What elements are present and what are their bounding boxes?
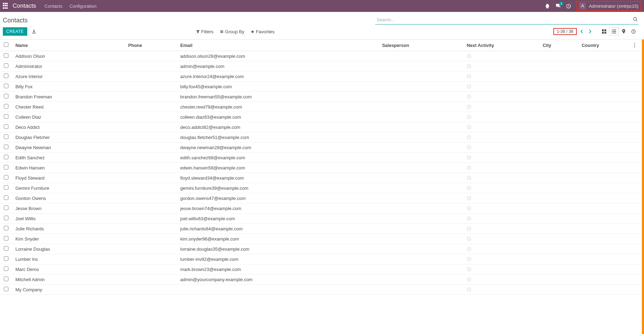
view-map-button[interactable] xyxy=(619,27,629,36)
row-checkbox[interactable] xyxy=(4,287,8,291)
row-checkbox[interactable] xyxy=(4,124,8,129)
cell-activity[interactable] xyxy=(464,193,540,203)
row-checkbox[interactable] xyxy=(4,114,8,119)
row-checkbox[interactable] xyxy=(4,63,8,68)
header-phone[interactable]: Phone xyxy=(125,40,177,51)
pager-next[interactable] xyxy=(587,28,594,35)
cell-activity[interactable] xyxy=(464,254,540,264)
table-row[interactable]: Edwin Hansenedwin.hansen58@example.com xyxy=(0,163,644,173)
row-checkbox[interactable] xyxy=(4,266,8,271)
row-checkbox[interactable] xyxy=(4,53,8,58)
cell-activity[interactable] xyxy=(464,153,540,163)
groupby-button[interactable]: Group By xyxy=(220,29,244,34)
table-row[interactable]: Gordon Owensgordon.owens47@example.com xyxy=(0,193,644,203)
row-checkbox[interactable] xyxy=(4,165,8,169)
table-row[interactable]: Julie Richardsjulie.richards84@example.c… xyxy=(0,224,644,234)
table-row[interactable]: Gemini Furnituregemini.furniture39@examp… xyxy=(0,183,644,193)
table-row[interactable]: Mitchell Adminadmin@yourcompany.example.… xyxy=(0,274,644,285)
cell-activity[interactable] xyxy=(464,102,540,112)
header-country[interactable]: Country xyxy=(579,40,631,51)
apps-icon[interactable] xyxy=(3,3,9,9)
table-row[interactable]: Lorraine Douglaslorraine.douglas35@examp… xyxy=(0,244,644,254)
header-email[interactable]: Email xyxy=(177,40,379,51)
row-checkbox[interactable] xyxy=(4,236,8,241)
messages-icon[interactable]: 1 xyxy=(555,3,561,9)
cell-activity[interactable] xyxy=(464,71,540,82)
cell-activity[interactable] xyxy=(464,92,540,102)
cell-activity[interactable] xyxy=(464,214,540,224)
scrollbar-track[interactable] xyxy=(642,40,644,334)
row-checkbox[interactable] xyxy=(4,84,8,88)
cell-activity[interactable] xyxy=(464,82,540,92)
select-all-checkbox[interactable] xyxy=(4,42,8,47)
user-menu[interactable]: A Administrator (xmlrpc15) xyxy=(576,1,641,11)
row-checkbox[interactable] xyxy=(4,104,8,109)
row-checkbox[interactable] xyxy=(4,94,8,98)
row-checkbox[interactable] xyxy=(4,206,8,210)
activity-systray-icon[interactable] xyxy=(566,3,571,9)
cell-activity[interactable] xyxy=(464,173,540,183)
favorites-button[interactable]: Favorites xyxy=(251,29,274,34)
row-checkbox[interactable] xyxy=(4,74,8,78)
cell-activity[interactable] xyxy=(464,142,540,153)
table-row[interactable]: Colleen Diazcolleen.diaz83@example.com xyxy=(0,112,644,122)
nav-link-configuration[interactable]: Configuration xyxy=(69,4,96,9)
cell-activity[interactable] xyxy=(464,274,540,285)
table-row[interactable]: Deco Addictdeco.addict82@example.com xyxy=(0,122,644,132)
cell-activity[interactable] xyxy=(464,244,540,254)
pager-prev[interactable] xyxy=(578,28,585,35)
cell-activity[interactable] xyxy=(464,234,540,244)
row-checkbox[interactable] xyxy=(4,277,8,281)
filters-button[interactable]: Filters xyxy=(196,29,214,34)
table-row[interactable]: Brandon Freemanbrandon.freeman55@example… xyxy=(0,92,644,102)
cell-activity[interactable] xyxy=(464,112,540,122)
row-checkbox[interactable] xyxy=(4,226,8,230)
search-icon[interactable] xyxy=(633,17,638,22)
search-input[interactable] xyxy=(375,15,638,25)
table-row[interactable]: Floyd Stewardfloyd.steward34@example.com xyxy=(0,173,644,183)
view-list-button[interactable] xyxy=(609,27,619,36)
table-row[interactable]: Jesse Brownjesse.brown74@example.com xyxy=(0,203,644,214)
cell-activity[interactable] xyxy=(464,51,540,61)
table-row[interactable]: Marc Demomark.brown23@example.com xyxy=(0,264,644,274)
header-name[interactable]: Name xyxy=(13,40,125,51)
header-next-activity[interactable]: Next Activity xyxy=(464,40,540,51)
debug-icon[interactable] xyxy=(545,3,550,9)
table-row[interactable]: Douglas Fletcherdouglas.fletcher51@examp… xyxy=(0,132,644,142)
nav-link-contacts[interactable]: Contacts xyxy=(44,4,62,9)
table-row[interactable]: Administratoradmin@example.com xyxy=(0,61,644,71)
cell-activity[interactable] xyxy=(464,163,540,173)
table-row[interactable]: Addison Olsonaddison.olson28@example.com xyxy=(0,51,644,61)
row-checkbox[interactable] xyxy=(4,246,8,251)
row-checkbox[interactable] xyxy=(4,216,8,220)
import-button[interactable] xyxy=(31,29,36,34)
row-checkbox[interactable] xyxy=(4,175,8,180)
cell-activity[interactable] xyxy=(464,183,540,193)
table-row[interactable]: Kim Snyderkim.snyder96@example.com xyxy=(0,234,644,244)
row-checkbox[interactable] xyxy=(4,155,8,159)
cell-activity[interactable] xyxy=(464,203,540,214)
row-checkbox[interactable] xyxy=(4,145,8,149)
table-row[interactable]: My Company xyxy=(0,285,644,295)
table-row[interactable]: Edith Sanchezedith.sanchez68@example.com xyxy=(0,153,644,163)
view-kanban-button[interactable] xyxy=(599,27,609,36)
table-row[interactable]: Lumber Inclumber-inv92@example.com xyxy=(0,254,644,264)
table-row[interactable]: Dwayne Newmandwayne.newman28@example.com xyxy=(0,142,644,153)
create-button[interactable]: CREATE xyxy=(3,27,27,36)
table-row[interactable]: Azure Interiorazure.Interior24@example.c… xyxy=(0,71,644,82)
header-salesperson[interactable]: Salesperson xyxy=(379,40,464,51)
pager[interactable]: 1-38 / 38 xyxy=(553,28,577,35)
cell-activity[interactable] xyxy=(464,132,540,142)
cell-activity[interactable] xyxy=(464,264,540,274)
row-checkbox[interactable] xyxy=(4,195,8,200)
cell-activity[interactable] xyxy=(464,224,540,234)
cell-activity[interactable] xyxy=(464,285,540,295)
cell-activity[interactable] xyxy=(464,122,540,132)
app-brand[interactable]: Contacts xyxy=(13,2,36,9)
row-checkbox[interactable] xyxy=(4,256,8,261)
table-row[interactable]: Joel Willisjoel.willis63@example.com xyxy=(0,214,644,224)
row-checkbox[interactable] xyxy=(4,134,8,139)
view-activity-button[interactable] xyxy=(629,27,638,36)
cell-activity[interactable] xyxy=(464,61,540,71)
table-row[interactable]: Chester Reedchester.reed79@example.com xyxy=(0,102,644,112)
